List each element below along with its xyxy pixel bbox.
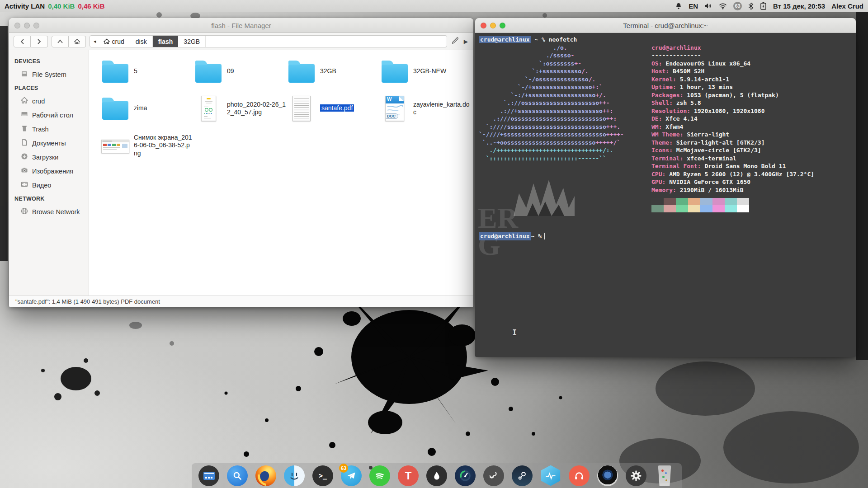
messages-count-badge[interactable]: 63 [733,2,742,10]
file-manager-toolbar: ◂ cruddiskflash32GB ▶ [9,33,473,50]
dock-item-show-desktop[interactable] [198,465,219,486]
breadcrumb-scroll-right[interactable]: ▶ [463,38,469,45]
camera-lens-icon [597,465,618,486]
maximize-button[interactable] [500,23,505,28]
notifications-bell-icon[interactable] [675,2,682,10]
power-battery-icon[interactable] [760,2,767,10]
sidebar-item-desktop[interactable]: Рабочий стол [9,108,89,122]
dock-item-file-search[interactable] [227,465,248,486]
sidebar-item-document[interactable]: Документы [9,136,89,150]
palette-color-swatch [688,205,700,212]
network-monitor-label: Activity LAN [5,2,45,10]
dock-item-file-manager[interactable] [284,465,305,486]
neofetch-info-row: GPU: NVIDIA GeForce GTX 1650 [651,178,814,186]
dock-item-text-editor[interactable]: T [398,465,419,486]
video-icon [21,181,28,189]
neofetch-info-row: Uptime: 1 hour, 13 mins [651,83,814,91]
terminal-color-palette [651,198,814,212]
file-list[interactable]: 50932GB32GB-NEWzimaphoto_2020-02-26_12_4… [89,50,473,296]
file-item-folder[interactable]: 32GB-NEW [380,57,473,85]
breadcrumb-item-disk[interactable]: disk [130,36,153,47]
dock-item-spiral-app[interactable] [483,465,504,486]
neofetch-info-row: OS: EndeavourOS Linux x86_64 [651,60,814,68]
neofetch-info-row: Terminal Font: Droid Sans Mono Bold 11 [651,162,814,170]
back-button[interactable] [14,36,31,47]
file-manager-titlebar[interactable]: flash - File Manager [9,18,473,33]
keyboard-layout-indicator[interactable]: EN [689,2,698,10]
volume-icon[interactable] [704,2,712,9]
file-item-folder[interactable]: 32GB [287,57,380,85]
top-panel: Activity LAN 0,40 KiB 0,46 KiB EN 63 Вт … [0,0,868,12]
window-title: Terminal - crud@archlinux:~ [475,22,856,29]
dock-item-settings[interactable] [626,465,646,486]
breadcrumb-item-32GB[interactable]: 32GB [178,36,206,47]
dock-item-firefox[interactable] [255,465,276,486]
file-item-screenshot[interactable]: Снимок экрана_2016-06-05_06-38-52.png [101,131,194,160]
file-item-doc[interactable]: WDOCzayavlenie_karta.doc [380,94,473,122]
maximize-button[interactable] [33,23,39,28]
terminal-titlebar[interactable]: Terminal - crud@archlinux:~ [475,18,856,33]
dock-item-system-monitor[interactable] [455,465,476,486]
breadcrumb-scroll-left[interactable]: ◂ [90,38,98,44]
pdf-thumbnail [292,96,311,121]
sidebar-item-drive[interactable]: File System [9,67,89,81]
dock-item-camera-app[interactable] [597,465,618,486]
palette-color-swatch [676,198,688,205]
folder-icon [382,64,408,83]
sidebar-item-home[interactable]: crud [9,94,89,108]
up-button[interactable] [52,36,69,47]
dock-item-trash[interactable] [654,465,675,486]
home-button[interactable] [69,36,86,47]
sidebar-item-video[interactable]: Видео [9,178,89,192]
minimize-button[interactable] [24,23,30,28]
breadcrumb-item-crud[interactable]: crud [98,36,130,47]
dock-item-telegram[interactable]: 63 [341,465,362,486]
triskelion-icon [488,470,500,482]
dock-item-audio-app[interactable] [569,465,590,486]
prompt-suffix: ~ % [531,232,542,240]
file-item-image[interactable]: photo_2020-02-26_12_40_57.jpg [194,94,287,122]
dock-item-hardware-monitor[interactable] [540,465,561,486]
breadcrumb-item-flash[interactable]: flash [153,36,179,47]
file-name: 32GB-NEW [413,67,446,75]
text-cursor [544,233,545,239]
wifi-icon[interactable] [719,3,727,9]
palette-color-swatch [712,205,725,212]
file-item-pdf[interactable]: santafe.pdf [287,94,380,122]
letter-t-glyph: T [405,469,412,482]
file-item-folder[interactable]: 5 [101,57,194,85]
sidebar-item-image[interactable]: Изображения [9,164,89,178]
clock[interactable]: Вт 15 дек, 20:53 [773,2,825,10]
close-button[interactable] [14,23,20,28]
dock-item-steam[interactable] [512,465,533,486]
sidebar-item-label: Загрузки [32,154,58,161]
sidebar-item-download[interactable]: Загрузки [9,150,89,164]
palette-color-swatch [688,198,700,205]
sidebar-item-trash[interactable]: Trash [9,122,89,136]
file-item-folder[interactable]: zima [101,94,194,122]
sidebar-item-label: Browse Network [32,208,80,216]
bluetooth-icon[interactable] [748,2,754,10]
image-icon [21,167,28,175]
dock-item-terminal[interactable]: >_ [312,465,333,486]
neofetch-info-row: WM: Xfwm4 [651,123,814,131]
dock-item-spotify[interactable] [369,465,390,486]
dock-item-water-drop-app[interactable] [426,465,447,486]
prompt-line: crud@archlinux ~ % neofetch [479,36,852,44]
palette-color-swatch [712,198,725,205]
finder-face-icon [288,469,301,483]
neofetch-info-row: WM Theme: Sierra-light [651,131,814,139]
sidebar-item-network[interactable]: Browse Network [9,205,89,219]
neofetch-info-row: Shell: zsh 5.8 [651,99,814,107]
terminal-body[interactable]: ERG crud@archlinux ~ % neofetch ./o. ./s… [475,33,856,357]
close-button[interactable] [481,23,486,28]
user-menu[interactable]: Alex Crud [831,2,863,10]
file-manager-sidebar: DEVICESFile SystemPLACEScrudРабочий стол… [9,50,89,296]
network-icon [21,207,28,216]
file-item-folder[interactable]: 09 [194,57,287,85]
minimize-button[interactable] [490,23,496,28]
toggle-path-entry-icon[interactable] [452,37,459,46]
neofetch-host: crud@archlinux [651,44,814,52]
forward-button[interactable] [31,36,48,47]
unread-count-badge: 63 [339,464,348,473]
